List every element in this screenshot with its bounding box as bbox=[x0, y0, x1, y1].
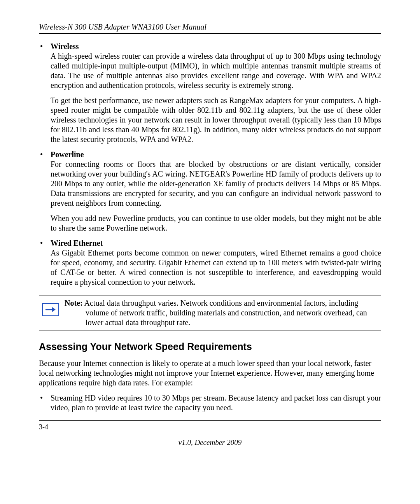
footer-version: v1.0, December 2009 bbox=[39, 438, 381, 447]
note-body: Actual data throughput varies. Network c… bbox=[83, 299, 367, 327]
topic-bullet-list: Wireless A high-speed wireless router ca… bbox=[39, 42, 381, 287]
body-paragraph: To get the best performance, use newer a… bbox=[51, 96, 381, 144]
body-paragraph: When you add new Powerline products, you… bbox=[51, 214, 381, 233]
document-page: Wireless-N 300 USB Adapter WNA3100 User … bbox=[0, 0, 420, 462]
note-callout: Note: Actual data throughput varies. Net… bbox=[39, 296, 381, 331]
page-number: 3-4 bbox=[39, 423, 381, 431]
bullet-heading: Wired Ethernet bbox=[51, 239, 103, 247]
header-rule bbox=[39, 33, 381, 34]
bullet-wireless: Wireless A high-speed wireless router ca… bbox=[39, 42, 381, 144]
footer-rule bbox=[39, 420, 381, 421]
body-paragraph: As Gigabit Ethernet ports become common … bbox=[51, 248, 381, 287]
bullet-powerline: Powerline For connecting rooms or floors… bbox=[39, 150, 381, 233]
example-bullet: Streaming HD video requires 10 to 30 Mbp… bbox=[39, 393, 381, 413]
running-header: Wireless-N 300 USB Adapter WNA3100 User … bbox=[39, 23, 381, 32]
note-text: Note: Actual data throughput varies. Net… bbox=[62, 296, 381, 331]
bullet-heading: Wireless bbox=[51, 42, 79, 51]
bullet-wired-ethernet: Wired Ethernet As Gigabit Ethernet ports… bbox=[39, 238, 381, 287]
section-heading: Assessing Your Network Speed Requirement… bbox=[39, 341, 381, 352]
note-label: Note: bbox=[65, 299, 83, 307]
body-paragraph: A high-speed wireless router can provide… bbox=[51, 51, 381, 90]
body-paragraph: For connecting rooms or floors that are … bbox=[51, 159, 381, 208]
arrow-right-icon bbox=[42, 303, 59, 316]
section-intro: Because your Internet connection is like… bbox=[39, 359, 381, 388]
note-icon-cell bbox=[39, 296, 62, 331]
svg-marker-1 bbox=[52, 307, 56, 312]
bullet-heading: Powerline bbox=[51, 150, 84, 159]
